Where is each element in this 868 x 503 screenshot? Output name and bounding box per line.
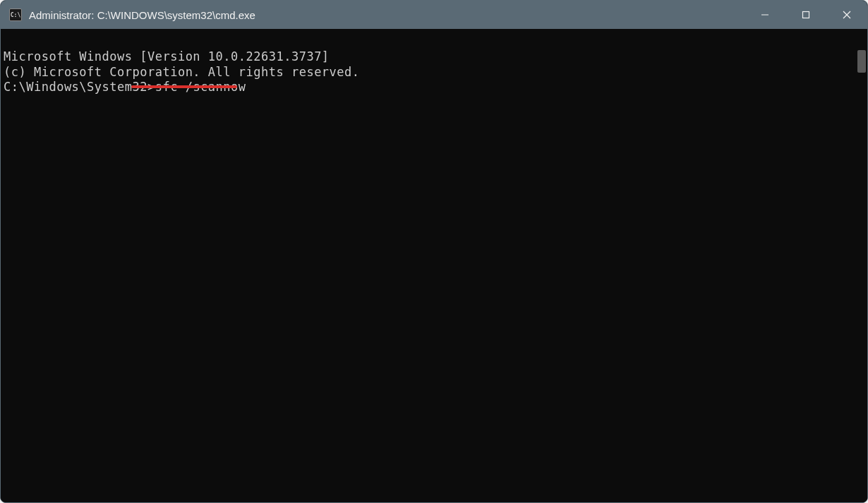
terminal-area: Microsoft Windows [Version 10.0.22631.37… (1, 29, 867, 502)
terminal-line-copyright: (c) Microsoft Corporation. All rights re… (4, 65, 853, 80)
window-title: Administrator: C:\WINDOWS\system32\cmd.e… (29, 9, 745, 21)
svg-rect-1 (803, 12, 809, 18)
window-controls (745, 1, 867, 29)
cmd-window: C:\ Administrator: C:\WINDOWS\system32\c… (0, 0, 868, 503)
cmd-icon: C:\ (9, 8, 22, 21)
minimize-button[interactable] (745, 1, 785, 29)
maximize-icon (802, 11, 810, 19)
terminal-content[interactable]: Microsoft Windows [Version 10.0.22631.37… (1, 29, 856, 502)
close-icon (843, 11, 851, 19)
vertical-scrollbar[interactable] (856, 29, 867, 502)
minimize-icon (761, 11, 769, 19)
maximize-button[interactable] (785, 1, 826, 29)
titlebar[interactable]: C:\ Administrator: C:\WINDOWS\system32\c… (1, 1, 867, 29)
red-underline-annotation (131, 85, 237, 88)
scrollbar-thumb[interactable] (857, 50, 866, 73)
close-button[interactable] (826, 1, 867, 29)
terminal-line-version: Microsoft Windows [Version 10.0.22631.37… (4, 49, 853, 64)
cmd-icon-text: C:\ (11, 12, 20, 18)
